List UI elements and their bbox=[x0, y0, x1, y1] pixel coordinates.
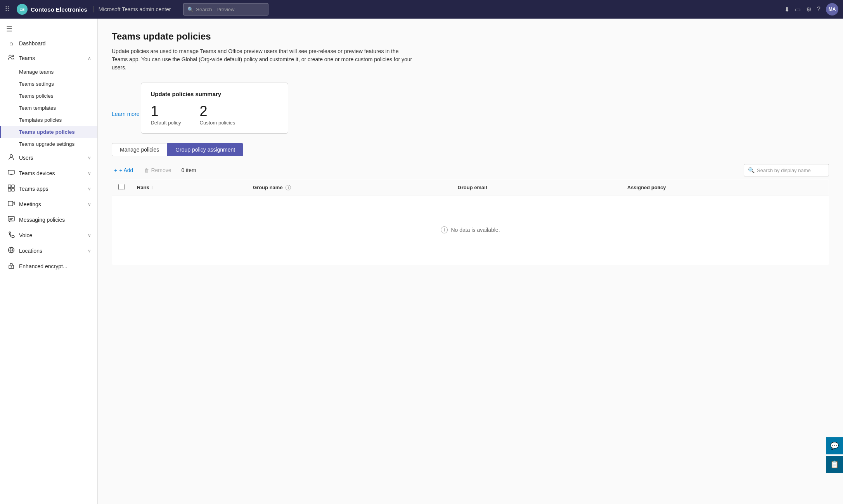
sidebar-item-teams-devices[interactable]: Teams devices ∨ bbox=[0, 166, 97, 181]
logo: CE Contoso Electronics bbox=[17, 4, 87, 15]
sidebar-item-voice[interactable]: Voice ∨ bbox=[0, 228, 97, 243]
main-layout: ☰ ⌂ Dashboard Teams ∧ Manage teams Teams… bbox=[0, 19, 843, 504]
svg-point-2 bbox=[9, 55, 11, 57]
stat-custom-policies: 2 Custom policies bbox=[200, 104, 235, 126]
encrypt-icon bbox=[7, 262, 15, 271]
settings-icon[interactable]: ⚙ bbox=[806, 6, 812, 13]
sidebar-item-teams-upgrade-settings[interactable]: Teams upgrade settings bbox=[0, 138, 97, 150]
teams-devices-icon bbox=[7, 169, 15, 178]
content-area: Teams update policies Update policies ar… bbox=[98, 19, 843, 504]
remove-label: Remove bbox=[151, 167, 171, 173]
locations-chevron-icon: ∨ bbox=[88, 248, 91, 254]
app-title: Microsoft Teams admin center bbox=[93, 6, 171, 12]
float-feedback-icon: 📋 bbox=[830, 460, 839, 469]
sidebar-item-users[interactable]: Users ∨ bbox=[0, 150, 97, 166]
table-toolbar: + + Add 🗑 Remove 0 item 🔍 bbox=[112, 164, 829, 176]
logo-icon: CE bbox=[17, 4, 28, 15]
float-feedback-button[interactable]: 📋 bbox=[826, 456, 843, 473]
header-assigned-policy: Assigned policy bbox=[621, 180, 829, 195]
sidebar-item-label-users: Users bbox=[19, 155, 84, 161]
float-chat-button[interactable]: 💬 bbox=[826, 437, 843, 454]
summary-card-title: Update policies summary bbox=[151, 91, 279, 97]
sidebar-item-enhanced-encrypt[interactable]: Enhanced encrypt... bbox=[0, 259, 97, 274]
sidebar-item-messaging-policies[interactable]: Messaging policies bbox=[0, 212, 97, 228]
rank-label: Rank bbox=[137, 185, 149, 190]
search-box[interactable]: 🔍 bbox=[744, 164, 829, 176]
svg-text:CE: CE bbox=[20, 8, 25, 12]
add-button[interactable]: + + Add bbox=[112, 166, 135, 175]
add-label: + Add bbox=[119, 167, 133, 173]
topbar-right: ⬇ ▭ ⚙ ? MA bbox=[784, 3, 838, 16]
voice-chevron-icon: ∨ bbox=[88, 233, 91, 238]
svg-rect-8 bbox=[8, 188, 11, 191]
sidebar-item-teams[interactable]: Teams ∧ bbox=[0, 50, 97, 66]
svg-rect-7 bbox=[12, 185, 14, 188]
page-description: Update policies are used to manage Teams… bbox=[112, 47, 414, 72]
logo-text: Contoso Electronics bbox=[31, 6, 87, 13]
sidebar-item-label-locations: Locations bbox=[19, 248, 84, 254]
summary-card: Update policies summary 1 Default policy… bbox=[141, 83, 288, 134]
remove-button[interactable]: 🗑 Remove bbox=[142, 166, 173, 175]
sidebar-item-team-templates[interactable]: Team templates bbox=[0, 102, 97, 114]
stat-num-custom: 2 bbox=[200, 104, 235, 118]
topbar: ⠿ CE Contoso Electronics Microsoft Teams… bbox=[0, 0, 843, 19]
meetings-icon bbox=[7, 200, 15, 209]
sidebar-item-label-messaging: Messaging policies bbox=[19, 217, 91, 223]
sidebar-item-manage-teams[interactable]: Manage teams bbox=[0, 66, 97, 78]
stat-label-default: Default policy bbox=[151, 120, 181, 126]
sidebar-item-locations[interactable]: Locations ∨ bbox=[0, 243, 97, 259]
search-input[interactable] bbox=[757, 167, 825, 173]
select-all-checkbox[interactable] bbox=[118, 184, 125, 190]
item-count: 0 item bbox=[182, 167, 196, 173]
sidebar-item-teams-update-policies[interactable]: Teams update policies bbox=[0, 126, 97, 138]
sidebar-item-teams-settings[interactable]: Teams settings bbox=[0, 78, 97, 90]
remove-trash-icon: 🗑 bbox=[144, 167, 149, 173]
svg-point-3 bbox=[12, 55, 14, 57]
summary-stats: 1 Default policy 2 Custom policies bbox=[151, 104, 279, 126]
sidebar-item-label-enhanced-encrypt: Enhanced encrypt... bbox=[19, 263, 91, 269]
learn-more-link[interactable]: Learn more bbox=[112, 111, 140, 117]
global-search-box[interactable]: 🔍 bbox=[183, 3, 268, 16]
sidebar-item-dashboard[interactable]: ⌂ Dashboard bbox=[0, 36, 97, 50]
table-header-row: Rank ↑ Group name i Group email Assigned… bbox=[112, 180, 829, 195]
header-group-email: Group email bbox=[452, 180, 621, 195]
users-icon bbox=[7, 154, 15, 162]
search-icon: 🔍 bbox=[187, 7, 194, 12]
svg-point-14 bbox=[11, 266, 12, 268]
svg-rect-5 bbox=[8, 170, 14, 174]
sidebar-item-label-meetings: Meetings bbox=[19, 201, 84, 207]
assigned-policy-label: Assigned policy bbox=[627, 185, 666, 190]
svg-rect-11 bbox=[8, 216, 14, 221]
sidebar-item-label-dashboard: Dashboard bbox=[19, 40, 91, 47]
download-icon[interactable]: ⬇ bbox=[784, 6, 789, 13]
tab-manage-policies[interactable]: Manage policies bbox=[112, 143, 167, 156]
sidebar-item-teams-policies[interactable]: Teams policies bbox=[0, 90, 97, 102]
header-group-name: Group name i bbox=[247, 180, 452, 195]
svg-point-4 bbox=[10, 155, 12, 157]
locations-icon bbox=[7, 247, 15, 255]
svg-rect-6 bbox=[8, 185, 11, 188]
sidebar: ☰ ⌂ Dashboard Teams ∧ Manage teams Teams… bbox=[0, 19, 98, 504]
waffle-icon[interactable]: ⠿ bbox=[5, 5, 10, 14]
sidebar-item-teams-apps[interactable]: Teams apps ∨ bbox=[0, 181, 97, 197]
group-email-label: Group email bbox=[458, 185, 487, 190]
messaging-icon bbox=[7, 216, 15, 224]
sidebar-item-meetings[interactable]: Meetings ∨ bbox=[0, 197, 97, 212]
avatar[interactable]: MA bbox=[826, 3, 838, 16]
sort-icon[interactable]: ↑ bbox=[151, 185, 153, 190]
teams-apps-chevron-icon: ∨ bbox=[88, 186, 91, 192]
help-icon[interactable]: ? bbox=[817, 6, 820, 13]
svg-rect-10 bbox=[8, 201, 13, 206]
dashboard-icon: ⌂ bbox=[7, 40, 15, 47]
collapse-icon: ☰ bbox=[6, 25, 12, 33]
cast-icon[interactable]: ▭ bbox=[795, 6, 801, 13]
sidebar-item-label-voice: Voice bbox=[19, 232, 84, 238]
header-rank: Rank ↑ bbox=[131, 180, 247, 195]
sidebar-collapse-button[interactable]: ☰ bbox=[0, 22, 97, 35]
group-name-info-icon[interactable]: i bbox=[286, 185, 291, 190]
global-search-input[interactable] bbox=[196, 7, 264, 12]
meetings-chevron-icon: ∨ bbox=[88, 202, 91, 207]
tab-group-policy-assignment[interactable]: Group policy assignment bbox=[167, 143, 243, 156]
sidebar-item-templates-policies[interactable]: Templates policies bbox=[0, 114, 97, 126]
sidebar-item-label-teams: Teams bbox=[19, 55, 84, 61]
